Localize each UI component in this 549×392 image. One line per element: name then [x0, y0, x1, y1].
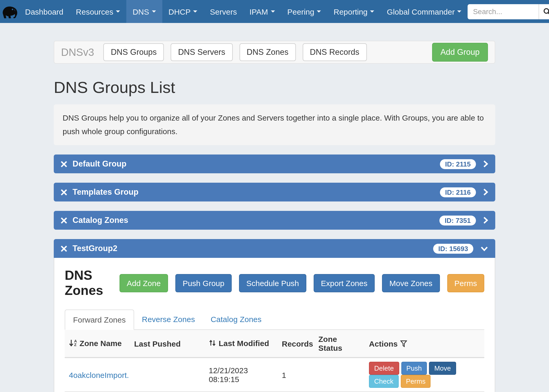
top-navbar: Dashboard Resources DNS DHCP Servers IPA…	[0, 0, 549, 23]
zones-panel: DNS Zones Add Zone Push Group Schedule P…	[54, 258, 495, 392]
zones-table: AZ Zone Name Last Pushed Last Modified	[65, 330, 484, 392]
zones-title: DNS Zones	[65, 268, 111, 298]
main-nav: Dashboard Resources DNS DHCP Servers IPA…	[19, 0, 468, 23]
nav-dhcp[interactable]: DHCP	[162, 0, 204, 23]
nav-label: DNS	[133, 7, 149, 16]
chevron-down-icon[interactable]	[480, 246, 488, 251]
group-name: Catalog Zones	[73, 216, 128, 225]
export-zones-button[interactable]: Export Zones	[314, 274, 375, 292]
nav-global-commander[interactable]: Global Commander	[381, 0, 468, 23]
last-modified-cell: 12/21/2023 08:19:15	[205, 358, 278, 392]
nav-dashboard[interactable]: Dashboard	[19, 0, 70, 23]
column-header[interactable]: Last Modified	[219, 339, 269, 348]
perms-button[interactable]: Perms	[447, 274, 484, 292]
tab-reverse-zones[interactable]: Reverse Zones	[134, 310, 203, 329]
nav-label: DHCP	[169, 7, 191, 16]
push-button[interactable]: Push	[401, 362, 427, 375]
nav-label: Resources	[76, 7, 113, 16]
schedule-push-button[interactable]: Schedule Push	[239, 274, 306, 292]
logo-mammoth-icon[interactable]	[0, 0, 19, 23]
add-zone-button[interactable]: Add Zone	[120, 274, 168, 292]
group-row-default-group[interactable]: Default Group ID: 2115	[54, 155, 495, 173]
group-id-badge: ID: 7351	[439, 215, 476, 225]
dnsv3-toolbar: DNSv3 DNS Groups DNS Servers DNS Zones D…	[54, 41, 495, 64]
table-header-row: AZ Zone Name Last Pushed Last Modified	[65, 330, 484, 358]
nav-label: Reporting	[333, 7, 367, 16]
page-title: DNS Groups List	[54, 78, 495, 97]
zone-link[interactable]: 4oakcloneImport.	[69, 370, 129, 379]
table-row: 4oakcloneImport. 12/21/2023 08:19:15 1 D…	[65, 358, 484, 392]
zone-status-cell	[314, 358, 365, 392]
group-row-testgroup2[interactable]: TestGroup2 ID: 15693	[54, 239, 495, 258]
nav-label: Global Commander	[387, 7, 455, 16]
caret-down-icon	[271, 10, 275, 13]
group-row-catalog-zones[interactable]: Catalog Zones ID: 7351	[54, 211, 495, 230]
caret-down-icon	[317, 10, 321, 13]
navbar-search-group	[468, 4, 549, 19]
zones-header: DNS Zones Add Zone Push Group Schedule P…	[65, 268, 484, 298]
caret-down-icon	[193, 10, 198, 13]
caret-down-icon	[152, 10, 156, 13]
groups-description: DNS Groups help you to organize all of y…	[54, 104, 495, 145]
dnsv3-brand: DNSv3	[61, 46, 94, 58]
move-zones-button[interactable]: Move Zones	[382, 274, 440, 292]
column-header: Actions	[369, 339, 398, 348]
caret-down-icon	[116, 10, 120, 13]
group-name: TestGroup2	[73, 244, 117, 253]
move-button[interactable]: Move	[429, 362, 456, 375]
sort-icon[interactable]	[209, 340, 216, 347]
remove-group-icon[interactable]	[61, 217, 67, 224]
column-header[interactable]: Zone Status	[318, 335, 342, 352]
nav-peering[interactable]: Peering	[281, 0, 327, 23]
dns-groups-button[interactable]: DNS Groups	[104, 43, 164, 61]
nav-label: IPAM	[249, 7, 268, 16]
search-icon	[544, 8, 549, 15]
zone-tabs: Forward Zones Reverse Zones Catalog Zone…	[65, 310, 484, 330]
remove-group-icon[interactable]	[61, 161, 67, 167]
tab-catalog-zones[interactable]: Catalog Zones	[203, 310, 269, 329]
dns-records-button[interactable]: DNS Records	[303, 43, 367, 61]
nav-reporting[interactable]: Reporting	[327, 0, 380, 23]
nav-label: Dashboard	[25, 7, 63, 16]
dns-servers-button[interactable]: DNS Servers	[171, 43, 232, 61]
chevron-right-icon[interactable]	[483, 216, 488, 224]
column-header[interactable]: Records	[282, 339, 313, 348]
nav-resources[interactable]: Resources	[70, 0, 126, 23]
navbar-right	[468, 0, 549, 23]
chevron-right-icon[interactable]	[483, 160, 488, 168]
search-button[interactable]	[539, 4, 549, 19]
add-group-button[interactable]: Add Group	[432, 43, 488, 62]
column-header[interactable]: Zone Name	[80, 339, 122, 348]
remove-group-icon[interactable]	[61, 245, 67, 252]
caret-down-icon	[457, 10, 462, 13]
group-id-badge: ID: 2115	[440, 159, 476, 169]
filter-funnel-icon[interactable]	[400, 340, 407, 347]
nav-ipam[interactable]: IPAM	[243, 0, 281, 23]
chevron-right-icon[interactable]	[483, 188, 488, 196]
group-row-templates-group[interactable]: Templates Group ID: 2116	[54, 183, 495, 201]
dns-zones-button[interactable]: DNS Zones	[239, 43, 296, 61]
caret-down-icon	[370, 10, 374, 13]
main-container: DNSv3 DNS Groups DNS Servers DNS Zones D…	[54, 41, 495, 392]
tab-forward-zones[interactable]: Forward Zones	[65, 310, 134, 330]
group-id-badge: ID: 2116	[440, 187, 476, 197]
logo-mammoth-svg	[0, 4, 19, 19]
remove-group-icon[interactable]	[61, 189, 67, 195]
nav-label: Servers	[210, 7, 237, 16]
search-input[interactable]	[468, 4, 539, 19]
nav-label: Peering	[287, 7, 314, 16]
records-cell: 1	[278, 358, 314, 392]
group-id-badge: ID: 15693	[433, 243, 473, 253]
nav-dns[interactable]: DNS	[126, 0, 162, 23]
delete-button[interactable]: Delete	[369, 362, 399, 375]
perms-button[interactable]: Perms	[401, 375, 431, 388]
nav-servers[interactable]: Servers	[204, 0, 243, 23]
last-pushed-cell	[130, 358, 205, 392]
app-root: Dashboard Resources DNS DHCP Servers IPA…	[0, 0, 549, 392]
sort-alpha-icon[interactable]: AZ	[69, 340, 77, 347]
group-name: Default Group	[73, 159, 127, 169]
push-group-button[interactable]: Push Group	[175, 274, 232, 292]
check-button[interactable]: Check	[369, 375, 399, 388]
group-name: Templates Group	[73, 187, 139, 197]
column-header[interactable]: Last Pushed	[134, 339, 181, 348]
